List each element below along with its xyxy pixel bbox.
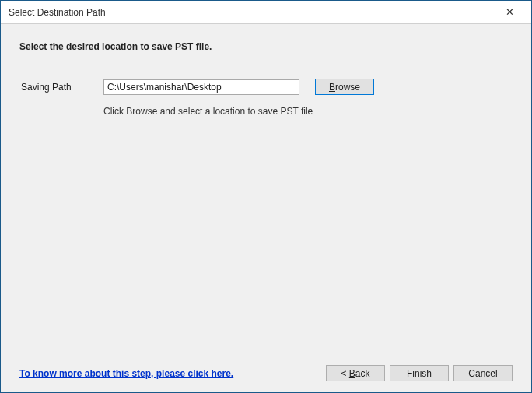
instruction-text: Select the desired location to save PST … xyxy=(19,41,513,52)
hint-text: Click Browse and select a location to sa… xyxy=(103,106,513,117)
footer-buttons: < Back Finish Cancel xyxy=(326,365,513,381)
close-button[interactable]: ✕ xyxy=(494,2,525,23)
saving-path-label: Saving Path xyxy=(19,82,103,93)
dialog-window: Select Destination Path ✕ Select the des… xyxy=(0,0,532,393)
saving-path-input[interactable] xyxy=(103,79,299,95)
back-mnemonic: B xyxy=(349,368,355,379)
titlebar: Select Destination Path ✕ xyxy=(1,1,531,24)
window-title: Select Destination Path xyxy=(9,7,494,18)
back-prefix: < xyxy=(341,368,348,379)
finish-button[interactable]: Finish xyxy=(390,365,449,381)
dialog-footer: To know more about this step, please cli… xyxy=(19,357,513,381)
help-link[interactable]: To know more about this step, please cli… xyxy=(19,368,233,379)
cancel-button[interactable]: Cancel xyxy=(453,365,513,381)
browse-mnemonic: B xyxy=(329,82,335,93)
browse-label-rest: rowse xyxy=(335,82,360,93)
close-icon: ✕ xyxy=(506,6,514,18)
back-rest: ack xyxy=(355,368,370,379)
dialog-content: Select the desired location to save PST … xyxy=(1,24,531,392)
back-button[interactable]: < Back xyxy=(326,365,385,381)
browse-button[interactable]: Browse xyxy=(315,79,374,95)
saving-path-row: Saving Path Browse xyxy=(19,79,513,95)
